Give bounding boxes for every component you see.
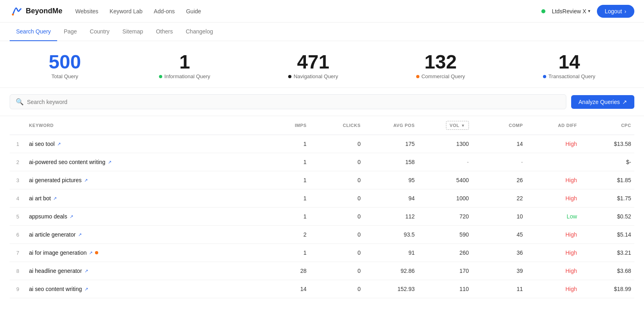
stat-transactional-query: 14 Transactional Query [543, 52, 595, 79]
vol-cell: 110 [418, 280, 472, 298]
tab-page[interactable]: Page [57, 23, 83, 41]
stat-informational-query: 1 Informational Query [159, 52, 210, 79]
table-row: 4 ai art bot ↗ 1 0 94 1000 22 High $1.75 [10, 189, 634, 208]
user-name[interactable]: LtdsReview X ▾ [552, 8, 590, 15]
keyword-text: ai generated pictures [29, 177, 82, 183]
tab-country[interactable]: Country [83, 23, 116, 41]
comp-cell: 45 [472, 226, 526, 244]
avgpos-cell: 95 [364, 171, 418, 189]
imps-cell: 1 [256, 171, 310, 189]
col-header-avgpos: AVG POS [364, 116, 418, 135]
clicks-cell: 0 [310, 280, 364, 298]
addiff-cell: High [526, 262, 580, 280]
stat-label-navigational: Navigational Query [288, 73, 338, 79]
table-row: 1 ai seo tool ↗ 1 0 175 1300 14 High $13… [10, 135, 634, 153]
addiff-cell: High [526, 171, 580, 189]
keyword-table: KEYWORD IMPS CLICKS AVG POS VOL ▼ COMP A… [10, 116, 634, 298]
external-link-icon[interactable]: ↗ [53, 196, 57, 201]
cpc-cell: $18.99 [580, 280, 634, 298]
comp-cell: 39 [472, 262, 526, 280]
comp-cell: 22 [472, 189, 526, 208]
stat-commercial-query: 132 Commercial Query [416, 52, 465, 79]
col-header-vol[interactable]: VOL ▼ [418, 116, 472, 135]
comp-cell: 36 [472, 244, 526, 262]
row-number: 2 [10, 153, 26, 171]
addiff-cell: High [526, 189, 580, 208]
vol-cell: 720 [418, 208, 472, 226]
row-number: 6 [10, 226, 26, 244]
clicks-cell: 0 [310, 262, 364, 280]
external-link-icon[interactable]: ↗ [57, 141, 61, 147]
cpc-cell: $3.68 [580, 262, 634, 280]
sort-down-icon: ▼ [461, 123, 465, 128]
orange-dot-icon [416, 75, 419, 78]
analyze-queries-button[interactable]: Analyze Queries ↗ [571, 95, 634, 109]
col-header-imps: IMPS [256, 116, 310, 135]
row-number: 5 [10, 208, 26, 226]
keyword-text: ai art bot [29, 195, 51, 202]
external-link-icon[interactable]: ↗ [84, 178, 88, 183]
avgpos-cell: 152.93 [364, 280, 418, 298]
clicks-cell: 0 [310, 153, 364, 171]
table-row: 6 ai article generator ↗ 2 0 93.5 590 45… [10, 226, 634, 244]
nav-keyword-lab[interactable]: Keyword Lab [109, 8, 142, 15]
nav-websites[interactable]: Websites [75, 8, 98, 15]
avgpos-cell: 93.5 [364, 226, 418, 244]
cpc-cell: $3.21 [580, 244, 634, 262]
clicks-cell: 0 [310, 171, 364, 189]
stat-number-navigational: 471 [288, 52, 338, 72]
external-link-icon[interactable]: ↗ [85, 287, 88, 292]
tab-sitemap[interactable]: Sitemap [116, 23, 149, 41]
logout-button[interactable]: Logout › [597, 5, 635, 18]
top-navigation: BeyondMe Websites Keyword Lab Add-ons Gu… [0, 0, 644, 23]
row-number: 7 [10, 244, 26, 262]
search-input[interactable] [27, 99, 560, 105]
col-header-comp: COMP [472, 116, 526, 135]
keyword-cell: ai article generator ↗ [26, 226, 256, 244]
stat-label-informational: Informational Query [159, 73, 210, 79]
keyword-cell: ai-powered seo content writing ↗ [26, 153, 256, 171]
avgpos-cell: 158 [364, 153, 418, 171]
vol-cell: 590 [418, 226, 472, 244]
stat-navigational-query: 471 Navigational Query [288, 52, 338, 79]
external-link-icon[interactable]: ↗ [85, 268, 88, 274]
imps-cell: 1 [256, 189, 310, 208]
green-dot-icon [159, 75, 162, 78]
stat-label-total: Total Query [49, 73, 81, 79]
nav-guide[interactable]: Guide [186, 8, 201, 15]
nav-add-ons[interactable]: Add-ons [154, 8, 175, 15]
external-link-icon[interactable]: ↗ [70, 214, 73, 219]
keyword-text: ai article generator [29, 231, 76, 238]
keyword-text: ai for image generation [29, 249, 87, 256]
tab-others[interactable]: Others [149, 23, 179, 41]
tab-changelog[interactable]: Changelog [179, 23, 219, 41]
vol-cell: 1300 [418, 135, 472, 153]
stat-number-informational: 1 [159, 52, 210, 72]
col-header-cpc: CPC [580, 116, 634, 135]
row-number: 4 [10, 189, 26, 208]
keyword-text: ai-powered seo content writing [29, 159, 105, 165]
stat-number-commercial: 132 [416, 52, 465, 72]
avgpos-cell: 175 [364, 135, 418, 153]
table-row: 9 ai seo content writing ↗ 14 0 152.93 1… [10, 280, 634, 298]
external-link-icon[interactable]: ↗ [78, 232, 82, 237]
vol-cell: 5400 [418, 171, 472, 189]
vol-cell: 260 [418, 244, 472, 262]
vol-cell: - [418, 153, 472, 171]
clicks-cell: 0 [310, 244, 364, 262]
external-link-icon[interactable]: ↗ [108, 160, 111, 165]
avgpos-cell: 91 [364, 244, 418, 262]
tab-search-query[interactable]: Search Query [10, 23, 57, 41]
external-link-icon[interactable]: ↗ [89, 250, 93, 256]
keyword-table-container: KEYWORD IMPS CLICKS AVG POS VOL ▼ COMP A… [0, 116, 644, 298]
keyword-cell: ai for image generation ↗ [26, 244, 256, 262]
imps-cell: 28 [256, 262, 310, 280]
cpc-cell: $5.14 [580, 226, 634, 244]
keyword-cell: ai seo content writing ↗ [26, 280, 256, 298]
imps-cell: 1 [256, 153, 310, 171]
comp-cell: - [472, 153, 526, 171]
cpc-cell: $- [580, 153, 634, 171]
trending-up-icon: ↗ [622, 99, 627, 105]
chevron-down-icon: ▾ [588, 8, 590, 14]
logo-icon [10, 5, 23, 18]
